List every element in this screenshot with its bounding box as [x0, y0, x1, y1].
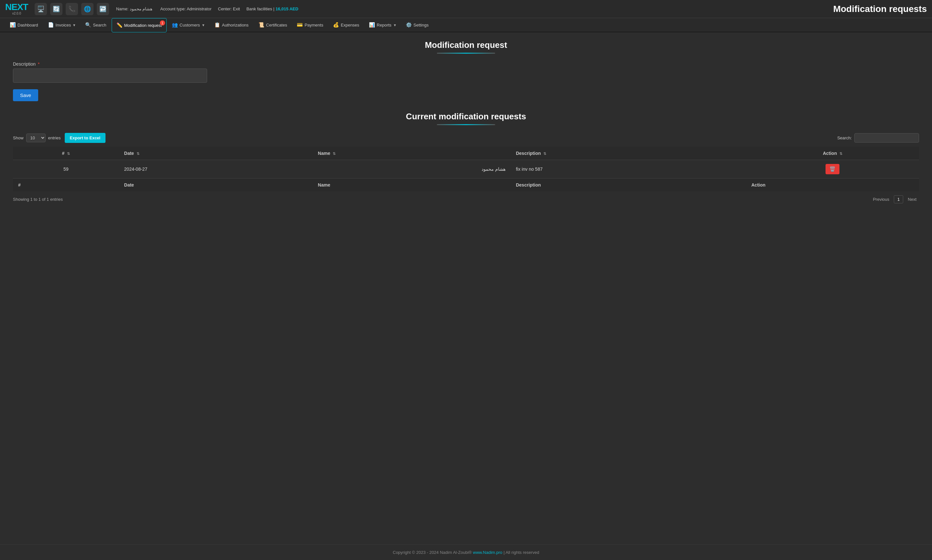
table-search-input[interactable]: [854, 133, 919, 143]
footer: Copyright © 2023 - 2024 Nadim Al-Zoubi® …: [0, 545, 932, 560]
nav-item-customers[interactable]: 👥 Customers ▾: [167, 18, 209, 32]
navbar: 📊 Dashboard 📄 Invoices ▾ 🔍 Search ✏️ Mod…: [0, 18, 932, 32]
entries-label: entries: [48, 135, 61, 140]
topbar-icon-back[interactable]: ↩️: [97, 3, 109, 15]
table-body: 59 2024-08-27 هشام محمود fix inv no 587 …: [13, 160, 919, 178]
table-footer: Showing 1 to 1 of 1 entries Previous 1 N…: [13, 195, 919, 203]
topbar-info: Name: هشام محمود Account type: Administr…: [116, 6, 829, 11]
pagination: Previous 1 Next: [870, 195, 919, 203]
sort-icon-num: ⇅: [67, 152, 70, 155]
table-search: Search:: [837, 133, 919, 143]
sort-icon-description: ⇅: [543, 152, 546, 155]
nav-item-payments[interactable]: 💳 Payments: [292, 18, 328, 32]
col-header-date: Date ⇅: [119, 147, 313, 160]
nav-item-authorizations[interactable]: 📋 Authorizations: [210, 18, 253, 32]
app-name: NEXT: [5, 3, 28, 12]
footer-col-description: Description: [511, 178, 746, 192]
footer-rights: | All rights reserved: [503, 550, 539, 555]
nav-item-reports[interactable]: 📊 Reports ▾: [364, 18, 401, 32]
payments-icon: 💳: [297, 22, 303, 28]
nav-item-expenses[interactable]: 💰 Expenses: [329, 18, 364, 32]
nav-label-certificates: Certificates: [266, 23, 287, 28]
nav-item-certificates[interactable]: 📜 Certificates: [254, 18, 292, 32]
certificates-icon: 📜: [258, 22, 264, 28]
page-title: Modification requests: [833, 4, 927, 14]
nav-item-modification-request[interactable]: ✏️ Modification request 1: [112, 18, 167, 32]
topbar: NEXT v2.0.0 🖥️ 🔄 📞 🌐 ↩️ Name: هشام محمود…: [0, 0, 932, 18]
footer-col-action: Action: [746, 178, 919, 192]
col-header-action: Action ⇅: [746, 147, 919, 160]
dashboard-icon: 📊: [10, 22, 16, 28]
topbar-icons: 🖥️ 🔄 📞 🌐 ↩️: [35, 3, 109, 15]
cell-date: 2024-08-27: [119, 160, 313, 178]
form-group-description: Description *: [13, 62, 919, 83]
col-header-name: Name ⇅: [313, 147, 511, 160]
table-controls: Show 10 25 50 100 entries Export to Exce…: [13, 133, 919, 143]
nav-label-modification-request: Modification request: [124, 23, 162, 28]
save-button[interactable]: Save: [13, 89, 38, 101]
show-label: Show: [13, 135, 24, 140]
account-type-info: Account type: Administrator: [160, 6, 211, 11]
modification-request-icon: ✏️: [116, 22, 123, 28]
sort-icon-date: ⇅: [137, 152, 139, 155]
modification-request-badge: 1: [160, 20, 165, 26]
nav-label-reports: Reports: [377, 23, 392, 28]
nav-label-payments: Payments: [304, 23, 323, 28]
sort-icon-name: ⇅: [333, 152, 336, 155]
center-info: Center: Exit: [218, 6, 240, 11]
nav-label-search: Search: [93, 23, 106, 28]
cell-description: fix inv no 587: [511, 160, 746, 178]
description-input[interactable]: [13, 69, 207, 83]
reports-dropdown-icon: ▾: [394, 23, 396, 28]
nav-label-customers: Customers: [180, 23, 200, 28]
prev-page-button[interactable]: Previous: [870, 195, 892, 203]
next-page-button[interactable]: Next: [905, 195, 919, 203]
table-section: Current modification requests Show 10 25…: [13, 112, 919, 203]
customers-icon: 👥: [172, 22, 178, 28]
cell-name: هشام محمود: [313, 160, 511, 178]
nav-label-expenses: Expenses: [341, 23, 359, 28]
export-to-excel-button[interactable]: Export to Excel: [65, 133, 106, 143]
footer-col-num: #: [13, 178, 119, 192]
settings-icon: ⚙️: [406, 22, 412, 28]
form-section-title: Modification request: [13, 40, 919, 50]
reports-icon: 📊: [369, 22, 375, 28]
cell-action: 🗑️: [746, 160, 919, 178]
invoices-icon: 📄: [48, 22, 54, 28]
entries-select[interactable]: 10 25 50 100: [26, 134, 46, 142]
table-section-underline: [437, 124, 495, 125]
table-row: 59 2024-08-27 هشام محمود fix inv no 587 …: [13, 160, 919, 178]
topbar-icon-monitor[interactable]: 🖥️: [35, 3, 47, 15]
nav-label-dashboard: Dashboard: [17, 23, 38, 28]
topbar-icon-globe[interactable]: 🌐: [81, 3, 94, 15]
app-version: v2.0.0: [12, 12, 21, 15]
sort-icon-action: ⇅: [839, 152, 843, 155]
topbar-icon-refresh[interactable]: 🔄: [50, 3, 62, 15]
current-page[interactable]: 1: [894, 195, 903, 203]
footer-link[interactable]: www.Nadim.pro: [473, 550, 502, 555]
table-footer-row: # Date Name Description Action: [13, 178, 919, 192]
expenses-icon: 💰: [333, 22, 339, 28]
nav-label-invoices: Invoices: [56, 23, 71, 28]
customers-dropdown-icon: ▾: [202, 23, 205, 28]
table-header-row: # ⇅ Date ⇅ Name ⇅ Description ⇅: [13, 147, 919, 160]
search-nav-icon: 🔍: [85, 22, 91, 28]
bank-info: Bank facilities | 16,015 AED: [246, 6, 298, 11]
user-name-info: Name: هشام محمود: [116, 6, 154, 11]
nav-item-search[interactable]: 🔍 Search: [80, 18, 111, 32]
show-entries: Show 10 25 50 100 entries: [13, 134, 61, 142]
col-header-description: Description ⇅: [511, 147, 746, 160]
description-label: Description *: [13, 62, 919, 67]
modification-requests-table: # ⇅ Date ⇅ Name ⇅ Description ⇅: [13, 147, 919, 191]
delete-button[interactable]: 🗑️: [826, 164, 839, 174]
required-mark: *: [38, 62, 40, 67]
topbar-icon-phone[interactable]: 📞: [66, 3, 78, 15]
footer-col-date: Date: [119, 178, 313, 192]
nav-item-dashboard[interactable]: 📊 Dashboard: [5, 18, 43, 32]
nav-item-invoices[interactable]: 📄 Invoices ▾: [43, 18, 80, 32]
showing-entries-text: Showing 1 to 1 of 1 entries: [13, 197, 63, 202]
authorizations-icon: 📋: [214, 22, 221, 28]
nav-item-settings[interactable]: ⚙️ Settings: [401, 18, 433, 32]
footer-copyright: Copyright © 2023 - 2024 Nadim Al-Zoubi®: [393, 550, 472, 555]
app-logo: NEXT v2.0.0: [5, 3, 28, 15]
